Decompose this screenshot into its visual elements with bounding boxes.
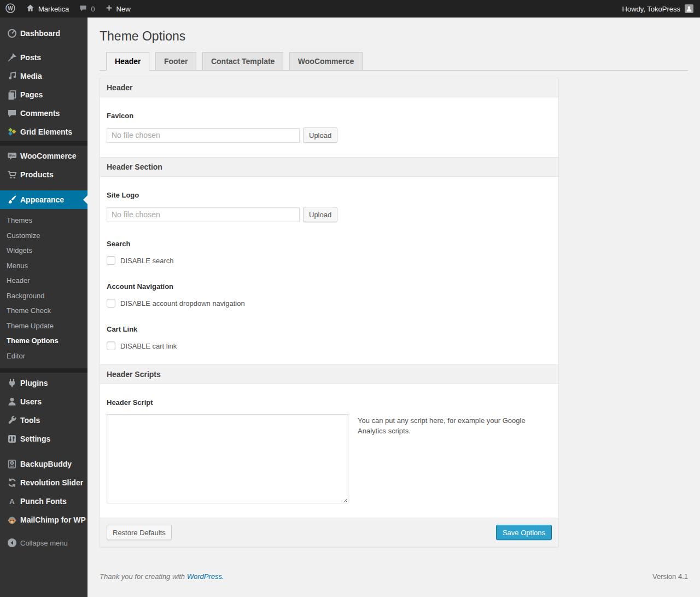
wordpress-link[interactable]: WordPress. — [187, 572, 224, 581]
sidebar-item-punch-fonts[interactable]: A Punch Fonts — [0, 492, 88, 511]
submenu-item-background[interactable]: Background — [0, 288, 88, 304]
collapse-arrow-icon — [0, 537, 19, 548]
site-name-menu[interactable]: Marketica — [21, 0, 74, 18]
tab-bar: Header Footer Contact Template WooCommer… — [100, 52, 688, 71]
svg-text:W: W — [8, 5, 13, 11]
sidebar-item-comments[interactable]: Comments — [0, 104, 88, 123]
refresh-arrows-icon — [0, 477, 19, 488]
grid-elements-icon — [0, 126, 19, 137]
submenu-item-editor[interactable]: Editor — [0, 349, 88, 364]
cart-icon — [0, 169, 19, 180]
svg-text:A: A — [9, 497, 15, 506]
header-script-help: You can put any script here, for example… — [358, 414, 528, 503]
howdy-label: Howdy, TokoPress — [622, 5, 680, 13]
sidebar-item-tools[interactable]: Tools — [0, 411, 88, 430]
sidebar-item-revolution-slider[interactable]: Revolution Slider — [0, 473, 88, 492]
appearance-submenu: Themes Customize Widgets Menus Header Ba… — [0, 209, 88, 368]
backup-drive-icon — [0, 459, 19, 470]
comments-shortcut[interactable]: 0 — [74, 0, 100, 18]
submenu-item-customize[interactable]: Customize — [0, 228, 88, 244]
tab-header[interactable]: Header — [106, 52, 149, 71]
admin-sidebar: Dashboard Posts Media Pages Comments — [0, 18, 88, 597]
search-label: Search — [107, 240, 552, 248]
version-label: Version 4.1 — [652, 572, 688, 581]
disable-search-text: DISABLE search — [120, 257, 174, 265]
submenu-item-themes[interactable]: Themes — [0, 213, 88, 228]
sidebar-item-backupbuddy[interactable]: BackupBuddy — [0, 455, 88, 473]
svg-text:Woo: Woo — [8, 154, 15, 157]
sidebar-item-media[interactable]: Media — [0, 67, 88, 85]
sidebar-item-products[interactable]: Products — [0, 165, 88, 184]
wordpress-logo-icon: W — [5, 3, 16, 15]
wordpress-logo-menu[interactable]: W — [0, 0, 21, 18]
comments-icon — [0, 108, 19, 119]
paintbrush-icon — [0, 194, 19, 205]
dashboard-icon — [0, 28, 19, 39]
sidebar-item-appearance[interactable]: Appearance — [0, 190, 88, 209]
sidebar-item-pages[interactable]: Pages — [0, 85, 88, 104]
submenu-item-theme-options[interactable]: Theme Options — [0, 333, 88, 349]
disable-search-checkbox[interactable] — [107, 256, 115, 265]
page-title: Theme Options — [100, 28, 688, 47]
sidebar-item-plugins[interactable]: Plugins — [0, 374, 88, 392]
comments-count: 0 — [91, 5, 95, 13]
admin-footer: Thank you for creating with WordPress. V… — [100, 572, 688, 592]
sidebar-item-users[interactable]: Users — [0, 392, 88, 411]
submenu-item-widgets[interactable]: Widgets — [0, 243, 88, 258]
account-menu[interactable]: Howdy, TokoPress — [616, 0, 700, 18]
plugin-icon — [0, 378, 19, 389]
panel-footer: Restore Defaults Save Options — [100, 518, 558, 547]
site-logo-label: Site Logo — [107, 191, 552, 199]
menu-separator — [0, 141, 88, 146]
disable-account-nav-checkbox[interactable] — [107, 299, 115, 308]
header-script-label: Header Script — [107, 398, 552, 407]
disable-cart-link-checkbox[interactable] — [107, 341, 115, 350]
site-logo-upload-button[interactable]: Upload — [303, 207, 337, 222]
submenu-item-header[interactable]: Header — [0, 273, 88, 288]
favicon-label: Favicon — [107, 112, 552, 120]
favicon-upload-button[interactable]: Upload — [303, 127, 337, 143]
menu-separator — [0, 368, 88, 373]
sidebar-item-grid-elements[interactable]: Grid Elements — [0, 123, 88, 141]
header-script-textarea[interactable] — [107, 414, 348, 503]
site-logo-file-input[interactable] — [107, 207, 300, 222]
wrench-icon — [0, 415, 19, 426]
footer-thanks: Thank you for creating with WordPress. — [100, 572, 224, 581]
tab-footer[interactable]: Footer — [155, 52, 197, 71]
media-icon — [0, 71, 19, 82]
user-icon — [0, 396, 19, 407]
tab-contact-template[interactable]: Contact Template — [202, 52, 283, 71]
comment-bubble-icon — [79, 4, 88, 14]
restore-defaults-button[interactable]: Restore Defaults — [107, 525, 172, 540]
favicon-file-input[interactable] — [107, 128, 300, 143]
submenu-item-theme-update[interactable]: Theme Update — [0, 318, 88, 334]
theme-options-panel: Header Favicon Upload Header Section Sit… — [100, 78, 559, 547]
collapse-menu-button[interactable]: Collapse menu — [0, 534, 88, 552]
section-title-header-scripts: Header Scripts — [100, 364, 558, 384]
letter-a-icon: A — [0, 496, 19, 507]
sidebar-item-posts[interactable]: Posts — [0, 48, 88, 67]
sidebar-item-dashboard[interactable]: Dashboard — [0, 24, 88, 43]
disable-cart-link-text: DISABLE cart link — [120, 342, 177, 350]
sidebar-item-woocommerce[interactable]: Woo WooCommerce — [0, 147, 88, 165]
disable-cart-link-option[interactable]: DISABLE cart link — [107, 341, 552, 350]
disable-account-nav-text: DISABLE account dropdown navigation — [120, 299, 245, 308]
plus-icon — [105, 4, 113, 14]
tab-woocommerce[interactable]: WooCommerce — [289, 52, 363, 71]
pushpin-icon — [0, 52, 19, 63]
save-options-button[interactable]: Save Options — [496, 525, 552, 540]
sidebar-item-mailchimp[interactable]: MailChimp for WP — [0, 511, 88, 529]
sliders-icon — [0, 433, 19, 444]
woocommerce-icon: Woo — [0, 150, 19, 161]
account-navigation-label: Account Navigation — [107, 282, 552, 291]
admin-bar: W Marketica 0 New Howdy, TokoPress — [0, 0, 700, 18]
disable-account-nav-option[interactable]: DISABLE account dropdown navigation — [107, 299, 552, 308]
disable-search-option[interactable]: DISABLE search — [107, 256, 552, 265]
section-title-header-section: Header Section — [100, 157, 558, 177]
new-content-menu[interactable]: New — [100, 0, 136, 18]
pages-icon — [0, 89, 19, 100]
cart-link-label: Cart Link — [107, 325, 552, 333]
sidebar-item-settings[interactable]: Settings — [0, 430, 88, 448]
submenu-item-theme-check[interactable]: Theme Check — [0, 303, 88, 318]
submenu-item-menus[interactable]: Menus — [0, 258, 88, 274]
